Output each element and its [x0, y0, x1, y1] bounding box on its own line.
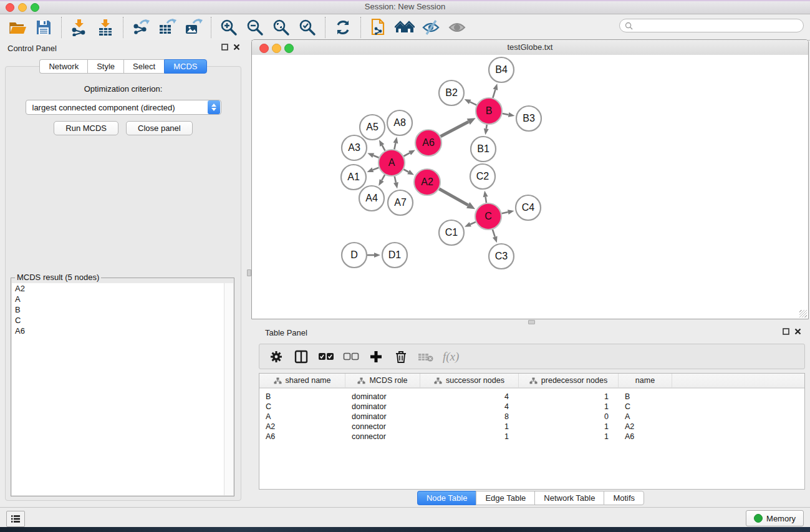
- zoom-fit-icon[interactable]: [270, 17, 292, 38]
- table-cell[interactable]: dominator: [345, 402, 420, 411]
- table-row[interactable]: A6connector11A6: [259, 432, 804, 442]
- table-cell[interactable]: A6: [619, 432, 672, 441]
- export-image-icon[interactable]: [182, 17, 205, 38]
- table-cell[interactable]: connector: [345, 422, 420, 431]
- table-cell[interactable]: 8: [420, 412, 519, 421]
- zoom-in-icon[interactable]: [218, 17, 240, 38]
- column-header-shared-name[interactable]: shared name: [259, 374, 345, 387]
- result-scrollbar[interactable]: [224, 283, 233, 495]
- edge-B-B1[interactable]: [486, 125, 487, 129]
- function-builder-icon[interactable]: f(x): [443, 349, 459, 365]
- table-cell[interactable]: C: [619, 402, 672, 411]
- refresh-icon[interactable]: [332, 17, 354, 38]
- edge-A-A8[interactable]: [394, 143, 395, 149]
- trash-icon[interactable]: [393, 349, 409, 365]
- tab-network-table[interactable]: Network Table: [534, 491, 604, 505]
- edge-A-A3[interactable]: [374, 155, 379, 158]
- result-list-item[interactable]: C: [12, 315, 224, 326]
- node-table[interactable]: shared nameMCDS rolesuccessor nodesprede…: [259, 373, 805, 490]
- gear-icon[interactable]: [268, 349, 284, 365]
- eye-icon[interactable]: [446, 17, 468, 38]
- table-row[interactable]: Adominator80A: [259, 412, 804, 422]
- zoom-out-icon[interactable]: [244, 17, 266, 38]
- edge-A-A1[interactable]: [373, 168, 379, 170]
- search-input[interactable]: [636, 21, 803, 31]
- import-table-icon[interactable]: [94, 17, 117, 38]
- edge-A6-B[interactable]: [440, 122, 468, 137]
- edge-C-C3[interactable]: [493, 230, 495, 237]
- table-row[interactable]: A2connector11A2: [259, 422, 804, 432]
- edge-A-A7[interactable]: [395, 176, 396, 182]
- run-mcds-button[interactable]: Run MCDS: [54, 121, 118, 135]
- close-panel-button[interactable]: Close panel: [126, 121, 193, 135]
- table-row[interactable]: Cdominator41C: [259, 402, 804, 412]
- table-cell[interactable]: B: [619, 392, 672, 401]
- memory-button[interactable]: Memory: [746, 510, 804, 526]
- column-header-MCDS-role[interactable]: MCDS role: [345, 374, 420, 387]
- table-cell[interactable]: 1: [519, 422, 619, 431]
- table-cell[interactable]: 1: [519, 392, 619, 401]
- edge-A-A5[interactable]: [382, 145, 385, 151]
- vertical-splitter[interactable]: [246, 40, 251, 507]
- add-column-icon[interactable]: [368, 349, 384, 365]
- edge-A2-C[interactable]: [439, 189, 468, 205]
- table-cell[interactable]: 1: [420, 432, 519, 441]
- edge-C-C4[interactable]: [501, 212, 508, 213]
- edge-A-A4[interactable]: [382, 175, 385, 180]
- table-row[interactable]: Bdominator41B: [259, 392, 804, 402]
- open-folder-icon[interactable]: [6, 17, 29, 38]
- edge-C-C2[interactable]: [486, 197, 486, 203]
- table-cell[interactable]: connector: [345, 432, 420, 441]
- tab-edge-table[interactable]: Edge Table: [476, 491, 534, 505]
- edge-A-A2[interactable]: [403, 170, 408, 172]
- search-field[interactable]: [619, 19, 804, 32]
- edge-B-B2[interactable]: [470, 102, 476, 105]
- export-network-icon[interactable]: [130, 17, 152, 38]
- splitter-grip[interactable]: [247, 269, 251, 276]
- table-cell[interactable]: 1: [519, 432, 619, 441]
- table-cell[interactable]: 1: [519, 402, 619, 411]
- table-cell[interactable]: 1: [420, 422, 519, 431]
- column-header-name[interactable]: name: [619, 374, 672, 387]
- tab-select[interactable]: Select: [123, 59, 164, 74]
- task-history-button[interactable]: [6, 511, 25, 527]
- table-cell[interactable]: A2: [259, 422, 345, 431]
- tab-network[interactable]: Network: [39, 59, 87, 74]
- export-table-icon[interactable]: [156, 17, 178, 38]
- table-cell[interactable]: A: [619, 412, 672, 421]
- table-cell[interactable]: A2: [619, 422, 672, 431]
- table-cell[interactable]: dominator: [345, 412, 420, 421]
- table-cell[interactable]: 0: [519, 412, 619, 421]
- tab-style[interactable]: Style: [87, 59, 123, 74]
- column-header-predecessor-nodes[interactable]: predecessor nodes: [519, 374, 619, 387]
- tab-mcds[interactable]: MCDS: [164, 59, 206, 74]
- result-list-item[interactable]: B: [12, 304, 224, 315]
- table-cell[interactable]: B: [259, 392, 345, 401]
- splitter-grip[interactable]: [528, 320, 535, 324]
- table-cell[interactable]: dominator: [345, 392, 420, 401]
- zoom-selected-icon[interactable]: [296, 17, 319, 38]
- select-all-icon[interactable]: [318, 349, 334, 365]
- table-cell[interactable]: A6: [259, 432, 345, 441]
- resize-grip-icon[interactable]: [799, 310, 807, 317]
- horizontal-splitter[interactable]: [251, 319, 810, 324]
- table-cell[interactable]: 4: [420, 392, 519, 401]
- delete-table-icon[interactable]: [418, 349, 434, 365]
- float-panel-icon[interactable]: [783, 328, 789, 335]
- result-list-item[interactable]: A2: [12, 283, 224, 294]
- result-list-item[interactable]: A: [12, 294, 224, 304]
- close-panel-icon[interactable]: [794, 328, 801, 335]
- tab-node-table[interactable]: Node Table: [417, 491, 476, 505]
- import-network-icon[interactable]: [68, 17, 90, 38]
- table-cell[interactable]: A: [259, 412, 345, 421]
- home-icon[interactable]: [393, 17, 416, 38]
- tab-motifs[interactable]: Motifs: [604, 491, 644, 505]
- network-document-icon[interactable]: [367, 17, 390, 38]
- table-cell[interactable]: C: [259, 402, 345, 411]
- save-icon[interactable]: [32, 17, 55, 38]
- network-window-titlebar[interactable]: testGlobe.txt: [252, 40, 808, 56]
- edge-A-A6[interactable]: [403, 153, 410, 156]
- result-list-item[interactable]: A6: [12, 326, 224, 336]
- deselect-all-icon[interactable]: [343, 349, 359, 365]
- eye-hidden-icon[interactable]: [420, 17, 442, 38]
